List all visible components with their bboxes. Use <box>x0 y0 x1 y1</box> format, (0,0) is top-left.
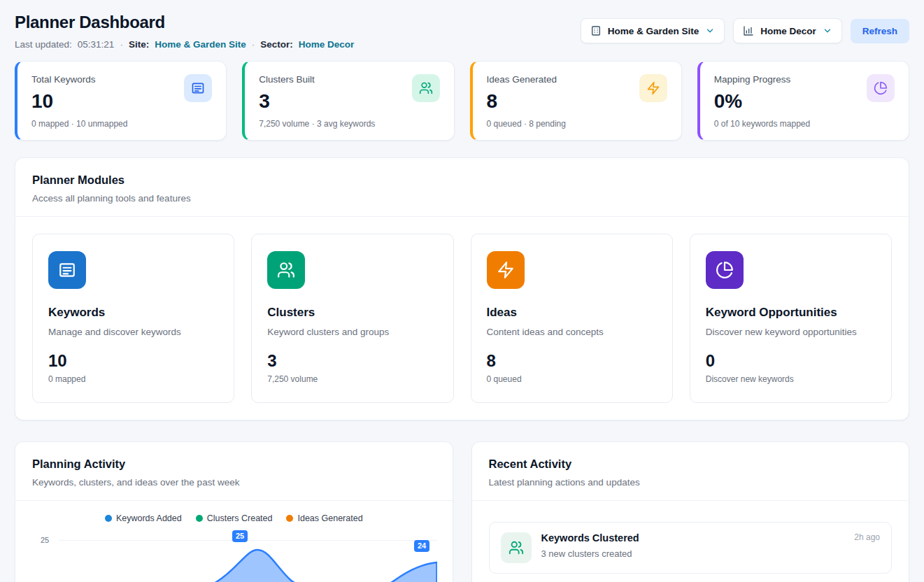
header-left: Planner Dashboard Last updated: 05:31:21… <box>15 13 354 50</box>
stat-detail: 0 mapped · 10 unmapped <box>31 119 127 129</box>
bar-chart-icon <box>743 25 754 36</box>
legend-dot-green <box>196 515 203 522</box>
legend-dot-orange <box>286 515 293 522</box>
sector-selector-label: Home Decor <box>760 26 816 36</box>
module-detail: 7,250 volume <box>267 374 437 384</box>
modules-grid: Keywords Manage and discover keywords 10… <box>15 217 909 420</box>
stat-content: Total Keywords 10 0 mapped · 10 unmapped <box>31 74 127 129</box>
divider <box>472 500 909 501</box>
recent-activity-head: Recent Activity Latest planning actions … <box>472 442 909 500</box>
users-icon <box>412 74 440 102</box>
module-card-clusters[interactable]: Clusters Keyword clusters and groups 3 7… <box>251 234 453 403</box>
stat-label: Mapping Progress <box>714 74 810 85</box>
stat-detail: 0 of 10 keywords mapped <box>714 119 810 129</box>
refresh-button[interactable]: Refresh <box>851 19 909 43</box>
activity-item-body: Keywords Clustered 2h ago 3 new clusters… <box>541 532 881 559</box>
planner-dashboard-page: Planner Dashboard Last updated: 05:31:21… <box>0 0 924 582</box>
stat-card-ideas-generated: Ideas Generated 8 0 queued · 8 pending <box>470 61 682 141</box>
chevron-down-icon <box>823 26 832 36</box>
modules-subtitle: Access all planning tools and features <box>32 193 892 204</box>
sector-label: Sector: <box>260 39 293 50</box>
pie-chart-icon <box>867 74 895 102</box>
site-selector-label: Home & Garden Site <box>608 26 699 36</box>
activity-item-detail: 3 new clusters created <box>541 548 881 559</box>
chart-legend: Keywords Added Clusters Created Ideas Ge… <box>15 501 453 523</box>
site-selector-dropdown[interactable]: Home & Garden Site <box>581 18 725 43</box>
data-point-label: 24 <box>414 540 429 552</box>
document-lines-icon <box>48 251 86 289</box>
activity-item-row: Keywords Clustered 2h ago <box>541 532 881 544</box>
stat-content: Ideas Generated 8 0 queued · 8 pending <box>487 74 566 129</box>
planning-activity-panel: Planning Activity Keywords, clusters, an… <box>15 441 453 582</box>
keywords-added-area-series <box>59 533 437 582</box>
modules-title: Planner Modules <box>32 173 892 187</box>
last-updated-value: 05:31:21 <box>78 39 115 50</box>
module-title: Keyword Opportunities <box>706 306 876 320</box>
stat-value: 8 <box>487 90 566 113</box>
bottom-row: Planning Activity Keywords, clusters, an… <box>15 441 909 582</box>
document-lines-icon <box>184 74 212 102</box>
last-updated-label: Last updated: <box>15 39 72 50</box>
page-title: Planner Dashboard <box>15 13 354 32</box>
stat-value: 0% <box>714 90 810 113</box>
legend-item-keywords-added: Keywords Added <box>105 513 182 523</box>
lightning-icon <box>487 251 525 289</box>
recent-activity-subtitle: Latest planning actions and updates <box>489 477 893 488</box>
stat-value: 10 <box>31 90 127 113</box>
planner-modules-panel: Planner Modules Access all planning tool… <box>15 157 909 420</box>
stat-label: Clusters Built <box>259 74 375 85</box>
chevron-down-icon <box>705 26 715 36</box>
module-title: Clusters <box>267 306 437 320</box>
legend-dot-blue <box>105 515 112 522</box>
module-value: 10 <box>48 351 218 371</box>
stat-label: Total Keywords <box>31 74 127 85</box>
stat-detail: 0 queued · 8 pending <box>487 119 566 129</box>
stat-content: Clusters Built 3 7,250 volume · 3 avg ke… <box>259 74 375 129</box>
lightning-icon <box>639 74 667 102</box>
module-detail: 0 mapped <box>48 374 218 384</box>
stats-row: Total Keywords 10 0 mapped · 10 unmapped… <box>15 61 909 141</box>
module-description: Discover new keyword opportunities <box>706 327 876 337</box>
stat-card-mapping-progress: Mapping Progress 0% 0 of 10 keywords map… <box>697 61 909 141</box>
module-value: 3 <box>267 351 437 371</box>
module-title: Ideas <box>487 306 657 320</box>
users-icon <box>267 251 305 289</box>
legend-item-ideas-generated: Ideas Generated <box>286 513 362 523</box>
page-header: Planner Dashboard Last updated: 05:31:21… <box>15 13 909 50</box>
sector-selector-dropdown[interactable]: Home Decor <box>733 18 842 43</box>
header-meta: Last updated: 05:31:21 · Site: Home & Ga… <box>15 39 354 50</box>
meta-separator: · <box>252 39 255 50</box>
module-card-ideas[interactable]: Ideas Content ideas and concepts 8 0 que… <box>471 234 673 403</box>
legend-label: Clusters Created <box>207 513 273 523</box>
legend-item-clusters-created: Clusters Created <box>196 513 273 523</box>
activity-item-keywords-clustered: Keywords Clustered 2h ago 3 new clusters… <box>489 522 893 574</box>
module-detail: 0 queued <box>487 374 657 384</box>
module-value: 8 <box>487 351 657 371</box>
stat-value: 3 <box>259 90 375 113</box>
module-description: Content ideas and concepts <box>487 327 657 337</box>
site-link[interactable]: Home & Garden Site <box>155 39 246 50</box>
planning-activity-subtitle: Keywords, clusters, and ideas over the p… <box>32 477 436 488</box>
legend-label: Ideas Generated <box>297 513 362 523</box>
module-value: 0 <box>706 351 876 371</box>
header-controls: Home & Garden Site Home Decor Refresh <box>581 18 909 43</box>
stat-detail: 7,250 volume · 3 avg keywords <box>259 119 375 129</box>
recent-activity-title: Recent Activity <box>489 457 893 471</box>
stat-card-clusters-built: Clusters Built 3 7,250 volume · 3 avg ke… <box>242 61 454 141</box>
module-card-keyword-opportunities[interactable]: Keyword Opportunities Discover new keywo… <box>690 234 892 403</box>
modules-panel-head: Planner Modules Access all planning tool… <box>15 158 909 216</box>
module-card-keywords[interactable]: Keywords Manage and discover keywords 10… <box>32 234 234 403</box>
y-axis-tick: 25 <box>41 536 49 544</box>
planning-activity-head: Planning Activity Keywords, clusters, an… <box>15 442 453 500</box>
stat-content: Mapping Progress 0% 0 of 10 keywords map… <box>714 74 810 129</box>
legend-label: Keywords Added <box>116 513 182 523</box>
module-title: Keywords <box>48 306 218 320</box>
users-icon <box>501 532 532 563</box>
pie-chart-icon <box>706 251 744 289</box>
module-detail: Discover new keywords <box>706 374 876 384</box>
sector-link[interactable]: Home Decor <box>299 39 355 50</box>
building-icon <box>590 25 602 36</box>
stat-card-total-keywords: Total Keywords 10 0 mapped · 10 unmapped <box>15 61 227 141</box>
planning-activity-chart: 25 25 24 <box>31 533 437 582</box>
data-point-label: 25 <box>232 530 248 542</box>
